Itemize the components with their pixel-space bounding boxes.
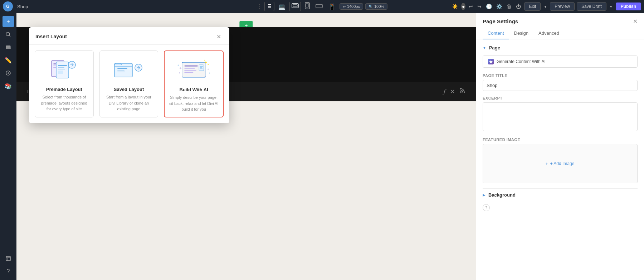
undo-icon[interactable]: ↩ bbox=[468, 3, 474, 10]
svg-rect-20 bbox=[58, 67, 64, 68]
panel-title: Page Settings bbox=[483, 18, 518, 24]
device-phone-icon[interactable]: 📱 bbox=[327, 2, 337, 11]
sidebar-item-wireframe[interactable] bbox=[3, 253, 14, 264]
device-tablet-portrait-icon[interactable] bbox=[303, 1, 312, 12]
svg-rect-1 bbox=[293, 5, 297, 7]
sidebar-item-portability[interactable] bbox=[3, 67, 14, 79]
background-section[interactable]: ▶ Background bbox=[483, 188, 638, 201]
sidebar-item-layers[interactable] bbox=[3, 42, 14, 53]
history-icon[interactable]: 🕐 bbox=[485, 3, 493, 10]
excerpt-textarea[interactable] bbox=[483, 102, 638, 131]
right-panel: Page Settings ✕ Content Design Advanced … bbox=[476, 13, 644, 280]
main-layout: ＋ ✏️ 📚 ? Insert Layout ✕ bbox=[0, 13, 644, 280]
premade-card-desc: Select from thousands of premade layouts… bbox=[39, 94, 89, 112]
svg-line-6 bbox=[9, 35, 10, 37]
panel-body: ▼ Page Generate Content With AI Page Tit… bbox=[476, 39, 644, 280]
save-draft-button[interactable]: Save Draft bbox=[577, 2, 606, 11]
tab-content[interactable]: Content bbox=[483, 28, 509, 39]
premade-card-title: Premade Layout bbox=[46, 87, 82, 92]
dark-mode-icon[interactable]: ● bbox=[461, 3, 465, 10]
svg-rect-35 bbox=[200, 66, 203, 67]
page-title-input[interactable] bbox=[483, 80, 638, 91]
svg-rect-27 bbox=[117, 72, 125, 72]
tab-design[interactable]: Design bbox=[509, 28, 533, 39]
device-desktop-icon[interactable]: 🖥 bbox=[264, 2, 274, 11]
theme-toggle-icon[interactable]: ☀️ bbox=[451, 3, 459, 10]
svg-point-46 bbox=[179, 72, 180, 73]
sidebar-item-edit[interactable]: ✏️ bbox=[3, 54, 14, 66]
modal-title: Insert Layout bbox=[35, 34, 67, 39]
svg-rect-22 bbox=[58, 71, 63, 74]
device-phone-wide-icon[interactable] bbox=[314, 2, 325, 11]
power-icon[interactable]: ⏻ bbox=[515, 3, 522, 10]
build-ai-card[interactable]: + + + Build With AI Simply describe your… bbox=[164, 50, 224, 117]
page-section-title: Page bbox=[489, 45, 500, 50]
background-label: Background bbox=[488, 192, 516, 198]
sidebar-item-search[interactable] bbox=[3, 29, 14, 40]
svg-point-44 bbox=[180, 67, 181, 69]
svg-rect-31 bbox=[184, 68, 195, 69]
canvas-area: Insert Layout ✕ bbox=[16, 13, 476, 280]
background-arrow: ▶ bbox=[483, 193, 486, 197]
modal-close-button[interactable]: ✕ bbox=[214, 32, 223, 41]
help-icon[interactable]: ? bbox=[483, 204, 490, 211]
redo-icon[interactable]: ↪ bbox=[476, 3, 483, 10]
zoom-display[interactable]: 🔍 100% bbox=[365, 3, 387, 10]
width-display[interactable]: ⇔ 1400px bbox=[340, 3, 363, 10]
build-ai-icon-area: + + + bbox=[172, 55, 215, 84]
premade-layout-card[interactable]: Premade Layout Select from thousands of … bbox=[35, 50, 94, 117]
page-section-arrow: ▼ bbox=[483, 46, 486, 50]
exit-button[interactable]: Exit bbox=[524, 2, 541, 11]
premade-icon-area bbox=[43, 55, 86, 84]
sidebar-item-library[interactable]: 📚 bbox=[3, 80, 14, 92]
featured-image-label: Featured Image bbox=[483, 137, 638, 142]
logo-icon[interactable]: G bbox=[3, 1, 13, 11]
svg-rect-9 bbox=[6, 48, 10, 49]
settings-icon[interactable]: ⚙️ bbox=[495, 3, 503, 10]
svg-rect-37 bbox=[200, 68, 203, 69]
saved-layout-card[interactable]: Saved Layout Start from a layout in your… bbox=[99, 50, 158, 117]
svg-point-40 bbox=[204, 60, 205, 61]
panel-close-button[interactable]: ✕ bbox=[633, 18, 638, 25]
svg-point-38 bbox=[205, 62, 207, 63]
svg-point-5 bbox=[6, 32, 10, 36]
svg-rect-8 bbox=[6, 47, 10, 48]
page-title-label: Page Title bbox=[483, 73, 638, 78]
saved-card-desc: Start from a layout in your Divi Library… bbox=[104, 94, 154, 112]
tab-advanced[interactable]: Advanced bbox=[533, 28, 564, 39]
svg-rect-36 bbox=[200, 67, 202, 68]
device-laptop-icon[interactable]: 💻 bbox=[277, 2, 287, 11]
publish-button[interactable]: Publish bbox=[616, 3, 641, 10]
ai-generate-button[interactable]: Generate Content With AI bbox=[483, 55, 638, 68]
ai-icon bbox=[488, 59, 494, 64]
saved-icon bbox=[111, 57, 147, 82]
svg-rect-33 bbox=[184, 72, 193, 73]
preview-button[interactable]: Preview bbox=[550, 2, 575, 11]
svg-text:+: + bbox=[207, 68, 209, 71]
exit-dropdown-icon[interactable]: ▼ bbox=[543, 5, 548, 9]
svg-rect-30 bbox=[184, 66, 198, 67]
saved-icon-area bbox=[107, 55, 150, 84]
svg-rect-4 bbox=[316, 4, 322, 8]
svg-text:+: + bbox=[209, 72, 210, 75]
sidebar-item-add[interactable]: ＋ bbox=[3, 16, 14, 27]
insert-layout-modal: Insert Layout ✕ bbox=[29, 27, 229, 123]
left-sidebar: ＋ ✏️ 📚 ? bbox=[0, 13, 16, 280]
save-dropdown-icon[interactable]: ▼ bbox=[609, 5, 614, 9]
device-switcher: ⋮ 🖥 💻 📱 ⇔ 1400px 🔍 100% bbox=[257, 1, 387, 12]
page-section-heading[interactable]: ▼ Page bbox=[483, 45, 638, 50]
panel-tabs: Content Design Advanced bbox=[476, 28, 644, 39]
featured-image-box[interactable]: ＋ + Add Image bbox=[483, 144, 638, 183]
device-tablet-landscape-icon[interactable] bbox=[289, 2, 301, 11]
modal-overlay: Insert Layout ✕ bbox=[16, 13, 476, 280]
sidebar-item-help[interactable]: ? bbox=[3, 266, 14, 277]
svg-point-45 bbox=[177, 64, 179, 66]
svg-rect-3 bbox=[306, 4, 309, 7]
panel-header: Page Settings ✕ bbox=[476, 13, 644, 25]
build-ai-card-desc: Simply describe your page, sit back, rel… bbox=[169, 95, 219, 112]
modal-header: Insert Layout ✕ bbox=[29, 27, 229, 45]
add-image-label: + Add Image bbox=[550, 161, 575, 166]
svg-text:+: + bbox=[204, 75, 206, 78]
trash-icon[interactable]: 🗑 bbox=[506, 3, 513, 10]
ai-generate-label: Generate Content With AI bbox=[497, 59, 546, 64]
